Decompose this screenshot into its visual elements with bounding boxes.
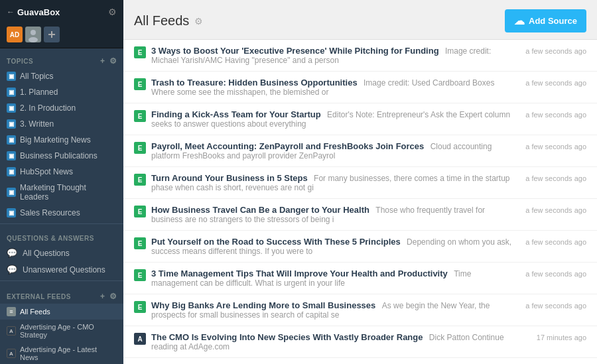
feed-label: Advertising Age - CMO Strategy bbox=[20, 323, 117, 339]
feed-content: Turn Around Your Business in 5 Steps For… bbox=[151, 173, 515, 192]
feed-item[interactable]: E Turn Around Your Business in 5 Steps F… bbox=[123, 167, 597, 199]
feeds-actions[interactable]: + ⚙ bbox=[100, 292, 117, 301]
feed-time: a few seconds ago bbox=[520, 47, 586, 55]
add-source-label: Add Source bbox=[529, 16, 577, 26]
feed-icon: A bbox=[134, 333, 146, 345]
topics-gear-icon[interactable]: ⚙ bbox=[109, 56, 117, 66]
feed-item[interactable]: E Finding a Kick-Ass Team for Your Start… bbox=[123, 103, 597, 135]
main-content: All Feeds ⚙ ☁ Add Source E 3 Ways to Boo… bbox=[123, 0, 597, 364]
feeds-list: ≡ All Feeds A Advertising Age - CMO Stra… bbox=[0, 304, 123, 364]
avatar-photo[interactable] bbox=[25, 27, 41, 42]
sidebar-item-business-publications[interactable]: ▣ Business Publications bbox=[0, 148, 123, 164]
sidebar-item-big-marketing-news[interactable]: ▣ Big Marketing News bbox=[0, 132, 123, 148]
topic-label: Big Marketing News bbox=[20, 135, 91, 145]
topic-icon: ▣ bbox=[7, 88, 16, 97]
topic-label: Business Publications bbox=[20, 151, 98, 160]
feed-content: Payroll, Meet Accounting: ZenPayroll and… bbox=[151, 141, 515, 160]
topic-icon: ▣ bbox=[7, 151, 16, 160]
feed-title: How Business Travel Can Be a Danger to Y… bbox=[151, 205, 369, 215]
feed-item-all-feeds[interactable]: ≡ All Feeds bbox=[0, 304, 123, 320]
feed-content: Put Yourself on the Road to Success With… bbox=[151, 237, 515, 256]
feeds-add-icon[interactable]: + bbox=[100, 292, 105, 301]
feed-source-icon: ≡ bbox=[7, 307, 16, 316]
qa-item-unanswered-questions[interactable]: 💬 Unanswered Questions bbox=[0, 261, 123, 278]
qa-label: All Questions bbox=[23, 249, 70, 258]
feed-item[interactable]: DW The World Economic Forum: Do We Still… bbox=[123, 358, 597, 364]
feed-item-advertising-age---cmo-strategy[interactable]: A Advertising Age - CMO Strategy bbox=[0, 320, 123, 342]
feed-content: The CMO Is Evolving Into New Species Wit… bbox=[151, 332, 515, 351]
sidebar-item-all-topics[interactable]: ▣ All Topics bbox=[0, 68, 123, 84]
feed-icon: E bbox=[134, 142, 146, 154]
feed-title: Payroll, Meet Accounting: ZenPayroll and… bbox=[151, 141, 424, 151]
topics-list: ▣ All Topics ▣ 1. Planned ▣ 2. In Produc… bbox=[0, 68, 123, 221]
feed-title: Why Big Banks Are Lending More to Small … bbox=[151, 300, 375, 310]
feed-item[interactable]: E Payroll, Meet Accounting: ZenPayroll a… bbox=[123, 135, 597, 167]
sidebar-header: ← GuavaBox ⚙ bbox=[0, 0, 123, 21]
qa-item-all-questions[interactable]: 💬 All Questions bbox=[0, 245, 123, 261]
feed-time: a few seconds ago bbox=[520, 174, 586, 182]
feed-content: How Business Travel Can Be a Danger to Y… bbox=[151, 205, 515, 224]
topics-actions[interactable]: + ⚙ bbox=[100, 56, 117, 66]
feed-item-advertising-age---latest-news[interactable]: A Advertising Age - Latest News bbox=[0, 342, 123, 364]
feed-title: 3 Ways to Boost Your 'Executive Presence… bbox=[151, 46, 439, 56]
feeds-gear-icon[interactable]: ⚙ bbox=[109, 292, 117, 301]
feed-icon: E bbox=[134, 46, 146, 58]
app-name: GuavaBox bbox=[17, 7, 60, 17]
feed-list: E 3 Ways to Boost Your 'Executive Presen… bbox=[123, 40, 597, 364]
avatar-ad[interactable]: AD bbox=[7, 27, 23, 42]
sidebar-gear-icon[interactable]: ⚙ bbox=[108, 7, 117, 17]
feed-time: 17 minutes ago bbox=[520, 334, 586, 341]
title-gear-icon[interactable]: ⚙ bbox=[194, 16, 203, 27]
feed-item[interactable]: E How Business Travel Can Be a Danger to… bbox=[123, 199, 597, 231]
main-header: All Feeds ⚙ ☁ Add Source bbox=[123, 0, 597, 40]
feed-title: Put Yourself on the Road to Success With… bbox=[151, 237, 401, 247]
topics-section-header: TOPICS + ⚙ bbox=[0, 48, 123, 68]
topic-label: 2. In Production bbox=[20, 103, 76, 113]
add-source-button[interactable]: ☁ Add Source bbox=[505, 9, 586, 32]
topic-label: Marketing Thought Leaders bbox=[20, 183, 117, 202]
feed-content: 3 Ways to Boost Your 'Executive Presence… bbox=[151, 46, 515, 65]
feed-item[interactable]: A The CMO Is Evolving Into New Species W… bbox=[123, 326, 597, 358]
topic-icon: ▣ bbox=[7, 119, 16, 129]
sidebar-item-hubspot-news[interactable]: ▣ HubSpot News bbox=[0, 164, 123, 180]
topic-label: 1. Planned bbox=[20, 88, 58, 97]
sidebar-item-1.-planned[interactable]: ▣ 1. Planned bbox=[0, 84, 123, 100]
feed-item[interactable]: E Trash to Treasure: Hidden Business Opp… bbox=[123, 72, 597, 103]
topic-label: Sales Resources bbox=[20, 208, 80, 217]
feed-icon: E bbox=[134, 301, 146, 313]
feed-item[interactable]: E Why Big Banks Are Lending More to Smal… bbox=[123, 294, 597, 326]
topic-icon: ▣ bbox=[7, 188, 16, 197]
feed-time: a few seconds ago bbox=[520, 79, 586, 87]
feed-item[interactable]: E Put Yourself on the Road to Success Wi… bbox=[123, 231, 597, 263]
feed-time: a few seconds ago bbox=[520, 143, 586, 151]
sidebar: ← GuavaBox ⚙ AD TOPICS + ⚙ ▣ All Topics … bbox=[0, 0, 123, 364]
sidebar-item-2.-in-production[interactable]: ▣ 2. In Production bbox=[0, 100, 123, 116]
qa-list: 💬 All Questions 💬 Unanswered Questions bbox=[0, 245, 123, 278]
feed-item[interactable]: E 3 Time Management Tips That Will Impro… bbox=[123, 263, 597, 294]
feed-source-icon: A bbox=[7, 349, 16, 358]
sidebar-logo[interactable]: ← GuavaBox bbox=[7, 7, 60, 17]
feed-item[interactable]: E 3 Ways to Boost Your 'Executive Presen… bbox=[123, 40, 597, 72]
topic-icon: ▣ bbox=[7, 208, 16, 217]
feed-content: Why Big Banks Are Lending More to Small … bbox=[151, 300, 515, 320]
feed-title: Turn Around Your Business in 5 Steps bbox=[151, 173, 308, 183]
svg-point-1 bbox=[29, 37, 38, 42]
feed-label: All Feeds bbox=[20, 308, 50, 316]
sidebar-item-sales-resources[interactable]: ▣ Sales Resources bbox=[0, 205, 123, 221]
feeds-section-header: EXTERNAL FEEDS + ⚙ bbox=[0, 284, 123, 304]
sidebar-item-3.-written[interactable]: ▣ 3. Written bbox=[0, 116, 123, 132]
topic-label: HubSpot News bbox=[20, 167, 73, 176]
back-arrow[interactable]: ← bbox=[7, 7, 15, 17]
feed-icon: E bbox=[134, 78, 146, 90]
add-user-button[interactable] bbox=[44, 27, 60, 42]
comment-icon: 💬 bbox=[7, 265, 17, 274]
feed-icon: E bbox=[134, 174, 146, 186]
feed-time: a few seconds ago bbox=[520, 238, 586, 246]
sidebar-item-marketing-thought-leaders[interactable]: ▣ Marketing Thought Leaders bbox=[0, 180, 123, 205]
topics-add-icon[interactable]: + bbox=[100, 56, 105, 66]
feed-time: a few seconds ago bbox=[520, 302, 586, 310]
feed-time: a few seconds ago bbox=[520, 270, 586, 278]
qa-section-header: QUESTIONS & ANSWERS bbox=[0, 227, 123, 245]
feed-title: 3 Time Management Tips That Will Improve… bbox=[151, 269, 448, 278]
feed-title: Finding a Kick-Ass Team for Your Startup bbox=[151, 109, 321, 119]
